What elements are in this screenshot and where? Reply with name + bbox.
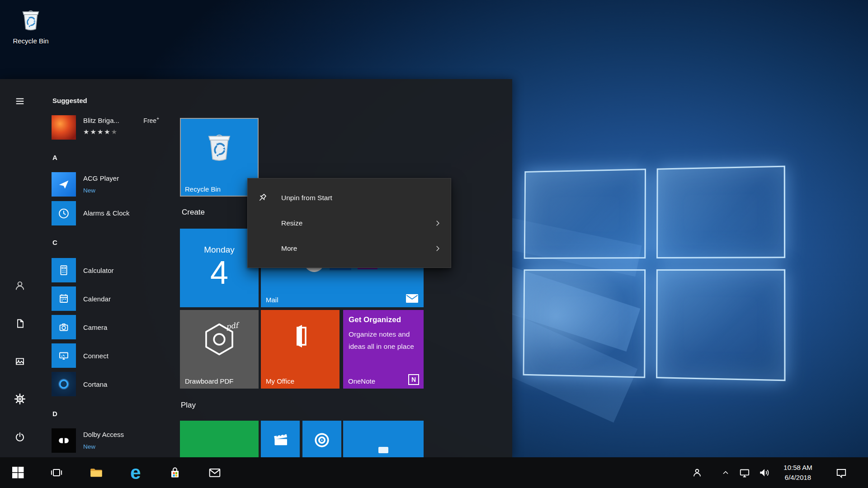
task-view-button[interactable] bbox=[42, 457, 71, 488]
onenote-tile-title: Get Organized bbox=[349, 315, 401, 324]
new-badge: New bbox=[83, 187, 95, 194]
context-menu-item-unpin[interactable]: Unpin from Start bbox=[248, 185, 451, 211]
new-badge: New bbox=[83, 443, 95, 450]
context-menu-item-more[interactable]: More bbox=[248, 236, 451, 261]
tile-calendar[interactable]: Monday 4 bbox=[180, 229, 259, 307]
action-center-button[interactable] bbox=[831, 457, 852, 488]
app-item-calendar[interactable]: Calendar bbox=[83, 295, 111, 303]
clock-date: 6/4/2018 bbox=[785, 473, 811, 483]
show-hidden-icons-chevron[interactable] bbox=[717, 457, 735, 488]
tile-label: My Office bbox=[266, 377, 294, 385]
recycle-bin-desktop-icon[interactable]: Recycle Bin bbox=[4, 5, 58, 45]
chevron-right-icon bbox=[434, 219, 442, 227]
tile-label: Recycle Bin bbox=[185, 185, 221, 193]
tile-label: OneNote bbox=[348, 377, 375, 385]
mail-app-button[interactable] bbox=[201, 457, 229, 488]
alarms-clock-icon[interactable] bbox=[52, 201, 76, 225]
tile-group-create[interactable]: Create bbox=[182, 207, 205, 217]
tile-label: Mail bbox=[266, 296, 278, 304]
tile-game-blue[interactable] bbox=[343, 421, 424, 457]
network-icon[interactable] bbox=[736, 457, 753, 488]
target-circles-icon bbox=[313, 431, 331, 449]
calculator-icon[interactable] bbox=[52, 258, 76, 282]
blitz-brigade-icon[interactable] bbox=[52, 115, 76, 140]
onenote-tile-body: Organize notes and ideas all in one plac… bbox=[349, 328, 416, 352]
suggested-header: Suggested bbox=[52, 95, 87, 106]
mail-envelope-icon bbox=[406, 294, 418, 303]
people-button[interactable] bbox=[687, 457, 707, 488]
context-menu-label: Resize bbox=[281, 219, 302, 227]
window-pane bbox=[524, 169, 646, 259]
context-menu-label: Unpin from Start bbox=[281, 194, 332, 202]
window-pane bbox=[656, 269, 785, 381]
file-explorer-button[interactable] bbox=[82, 457, 110, 488]
windows-logo-wallpaper bbox=[523, 166, 786, 381]
suggested-app-rating: ★★★★★ bbox=[83, 128, 118, 136]
recycle-bin-icon bbox=[201, 128, 238, 165]
suggested-app-name: Blitz Briga... bbox=[83, 116, 119, 125]
power-button[interactable] bbox=[10, 427, 30, 447]
tile-onenote[interactable]: Get Organized Organize notes and ideas a… bbox=[343, 310, 424, 389]
start-menu: Suggested Blitz Briga... Free+ ★★★★★ A A… bbox=[0, 79, 512, 457]
acg-player-icon[interactable] bbox=[52, 172, 76, 197]
clapperboard-icon bbox=[271, 431, 289, 449]
window-pane bbox=[656, 166, 785, 258]
chevron-right-icon bbox=[434, 244, 442, 253]
calendar-app-icon[interactable] bbox=[52, 286, 76, 311]
clock-time: 10:58 AM bbox=[783, 463, 812, 473]
tile-movies-tv[interactable] bbox=[261, 421, 300, 457]
app-item-cortana[interactable]: Cortana bbox=[83, 380, 107, 389]
start-button[interactable] bbox=[4, 457, 32, 488]
edge-icon: e bbox=[130, 463, 141, 482]
section-header-a[interactable]: A bbox=[52, 152, 57, 163]
tile-label: Drawboard PDF bbox=[185, 377, 234, 385]
section-header-d[interactable]: D bbox=[52, 408, 57, 419]
tile-my-office[interactable]: My Office bbox=[261, 310, 340, 389]
tile-group-play[interactable]: Play bbox=[181, 400, 196, 410]
office-icon bbox=[286, 322, 315, 351]
tile-game-target[interactable] bbox=[302, 421, 341, 457]
calendar-tile-date: 4 bbox=[180, 254, 259, 291]
tile-context-menu: Unpin from Start Resize More bbox=[247, 178, 451, 268]
suggested-app-price: Free+ bbox=[143, 116, 159, 124]
window-pane bbox=[523, 269, 646, 378]
cortana-icon[interactable] bbox=[52, 372, 76, 396]
stars-filled: ★★★★ bbox=[83, 128, 111, 136]
recycle-bin-icon bbox=[17, 5, 45, 33]
app-item-alarms-clock[interactable]: Alarms & Clock bbox=[83, 209, 130, 217]
suggested-app-row[interactable]: Blitz Briga... Free+ bbox=[83, 116, 159, 125]
dolby-access-icon[interactable] bbox=[52, 428, 76, 453]
edge-browser-button[interactable]: e bbox=[122, 457, 150, 488]
unpin-icon bbox=[257, 192, 268, 203]
star-empty: ★ bbox=[111, 128, 118, 136]
pdf-script-text: pdf bbox=[226, 321, 239, 331]
game-glyph bbox=[378, 447, 388, 453]
app-item-connect[interactable]: Connect bbox=[83, 352, 108, 360]
user-account-button[interactable] bbox=[10, 276, 30, 296]
microsoft-store-button[interactable] bbox=[161, 457, 189, 488]
connect-icon[interactable] bbox=[52, 343, 76, 368]
camera-icon[interactable] bbox=[52, 315, 76, 339]
pictures-button[interactable] bbox=[10, 352, 30, 371]
tile-drawboard-pdf[interactable]: pdf Drawboard PDF bbox=[180, 310, 259, 389]
context-menu-label: More bbox=[281, 244, 297, 253]
tile-game-green[interactable] bbox=[180, 421, 259, 457]
onenote-icon: N bbox=[408, 374, 419, 385]
context-menu-item-resize[interactable]: Resize bbox=[248, 211, 451, 236]
section-header-c[interactable]: C bbox=[52, 237, 57, 248]
app-item-dolby-access[interactable]: Dolby Access bbox=[83, 430, 124, 439]
calendar-tile-day: Monday bbox=[180, 245, 259, 255]
app-item-acg-player[interactable]: ACG Player bbox=[83, 174, 119, 183]
app-item-camera[interactable]: Camera bbox=[83, 323, 107, 332]
taskbar: e 10:58 AM 6/4/2018 bbox=[0, 457, 868, 488]
documents-button[interactable] bbox=[10, 314, 30, 333]
app-item-calculator[interactable]: Calculator bbox=[83, 266, 114, 275]
tile-recycle-bin[interactable]: Recycle Bin bbox=[180, 118, 259, 197]
desktop-icon-label: Recycle Bin bbox=[4, 37, 58, 45]
taskbar-clock[interactable]: 10:58 AM 6/4/2018 bbox=[769, 457, 827, 488]
hamburger-menu-button[interactable] bbox=[10, 91, 30, 111]
settings-gear-button[interactable] bbox=[10, 389, 30, 409]
